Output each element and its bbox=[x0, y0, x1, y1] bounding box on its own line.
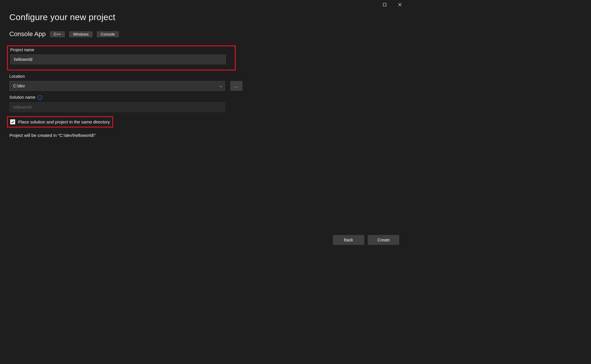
template-tag-cpp: C++ bbox=[50, 31, 65, 37]
svg-rect-0 bbox=[383, 3, 386, 6]
solution-name-input bbox=[9, 102, 225, 112]
info-icon[interactable]: i bbox=[38, 95, 42, 100]
browse-button[interactable]: ... bbox=[230, 81, 242, 91]
same-directory-label: Place solution and project in the same d… bbox=[18, 119, 110, 124]
project-name-label: Project name bbox=[10, 47, 233, 52]
same-directory-checkbox[interactable] bbox=[10, 119, 15, 124]
titlebar bbox=[0, 0, 408, 9]
maximize-button[interactable] bbox=[379, 1, 391, 9]
template-tag-windows: Windows bbox=[69, 31, 93, 37]
page-title: Configure your new project bbox=[9, 12, 399, 22]
solution-name-label-text: Solution name bbox=[9, 95, 36, 100]
footer-buttons: Back Create bbox=[333, 235, 399, 245]
project-name-input[interactable] bbox=[10, 54, 226, 64]
creation-path-text: Project will be created in "C:\dev\hello… bbox=[9, 133, 399, 138]
same-directory-highlight: Place solution and project in the same d… bbox=[7, 116, 113, 128]
back-button[interactable]: Back bbox=[333, 235, 364, 245]
template-row: Console App C++ Windows Console bbox=[9, 30, 399, 38]
location-input[interactable] bbox=[9, 81, 225, 91]
project-name-highlight: Project name bbox=[7, 45, 236, 70]
location-label: Location bbox=[9, 74, 399, 79]
create-button[interactable]: Create bbox=[368, 235, 399, 245]
solution-name-label: Solution name i bbox=[9, 95, 399, 100]
location-dropdown[interactable] bbox=[9, 81, 225, 91]
close-button[interactable] bbox=[394, 1, 406, 9]
template-tag-console: Console bbox=[97, 31, 119, 37]
template-name: Console App bbox=[9, 30, 46, 38]
